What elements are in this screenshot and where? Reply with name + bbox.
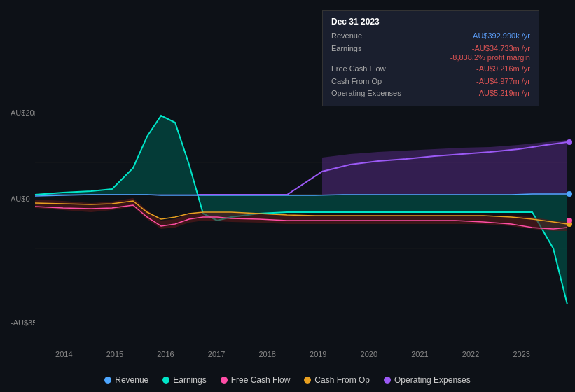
legend-label-cash-from-op: Cash From Op — [314, 375, 370, 385]
info-box: Dec 31 2023 Revenue AU$392.990k /yr Earn… — [322, 10, 539, 106]
legend-dot-opex — [384, 377, 391, 384]
legend-label-fcf: Free Cash Flow — [231, 375, 291, 385]
legend-label-earnings: Earnings — [173, 375, 206, 385]
revenue-row: Revenue AU$392.990k /yr — [331, 30, 530, 43]
cash-from-op-label: Cash From Op — [331, 76, 382, 88]
x-label-2019: 2019 — [310, 350, 326, 358]
fcf-row: Free Cash Flow -AU$9.216m /yr — [331, 63, 530, 76]
x-label-2023: 2023 — [513, 350, 529, 358]
revenue-value: AU$392.990k /yr — [473, 30, 530, 43]
legend-dot-fcf — [221, 377, 228, 384]
fcf-value: -AU$9.216m /yr — [476, 63, 530, 76]
legend-label-opex: Operating Expenses — [394, 375, 471, 385]
svg-point-6 — [567, 191, 572, 197]
profit-margin-value: -8,838.2% profit margin — [450, 53, 530, 62]
cash-from-op-row: Cash From Op -AU$4.977m /yr — [331, 76, 530, 88]
opex-row: Operating Expenses AU$5.219m /yr — [331, 88, 530, 100]
legend-opex[interactable]: Operating Expenses — [384, 375, 471, 385]
opex-value: AU$5.219m /yr — [479, 88, 530, 100]
earnings-label: Earnings — [331, 43, 361, 55]
legend-cash-from-op[interactable]: Cash From Op — [304, 375, 370, 385]
legend-dot-cash-from-op — [304, 377, 311, 384]
svg-point-9 — [567, 139, 572, 145]
x-axis: 2014 2015 2016 2017 2018 2019 2020 2021 … — [0, 350, 575, 358]
x-label-2018: 2018 — [258, 350, 275, 358]
chart-area — [0, 108, 575, 326]
legend-label-revenue: Revenue — [115, 375, 148, 385]
opex-label: Operating Expenses — [331, 88, 401, 100]
x-label-2014: 2014 — [55, 350, 72, 358]
x-label-2016: 2016 — [157, 350, 174, 358]
legend-earnings[interactable]: Earnings — [162, 375, 206, 385]
legend-dot-revenue — [104, 377, 111, 384]
x-label-2021: 2021 — [411, 350, 428, 358]
cash-from-op-value: -AU$4.977m /yr — [476, 76, 530, 88]
legend-revenue[interactable]: Revenue — [104, 375, 148, 385]
legend-fcf[interactable]: Free Cash Flow — [221, 375, 291, 385]
x-label-2015: 2015 — [106, 350, 123, 358]
x-label-2017: 2017 — [208, 350, 225, 358]
fcf-label: Free Cash Flow — [331, 63, 386, 76]
chart-legend: Revenue Earnings Free Cash Flow Cash Fro… — [0, 375, 575, 385]
legend-dot-earnings — [162, 377, 169, 384]
info-date: Dec 31 2023 — [331, 17, 530, 27]
revenue-label: Revenue — [331, 30, 362, 43]
svg-point-8 — [567, 218, 572, 223]
x-label-2022: 2022 — [462, 350, 479, 358]
x-label-2020: 2020 — [361, 350, 377, 358]
